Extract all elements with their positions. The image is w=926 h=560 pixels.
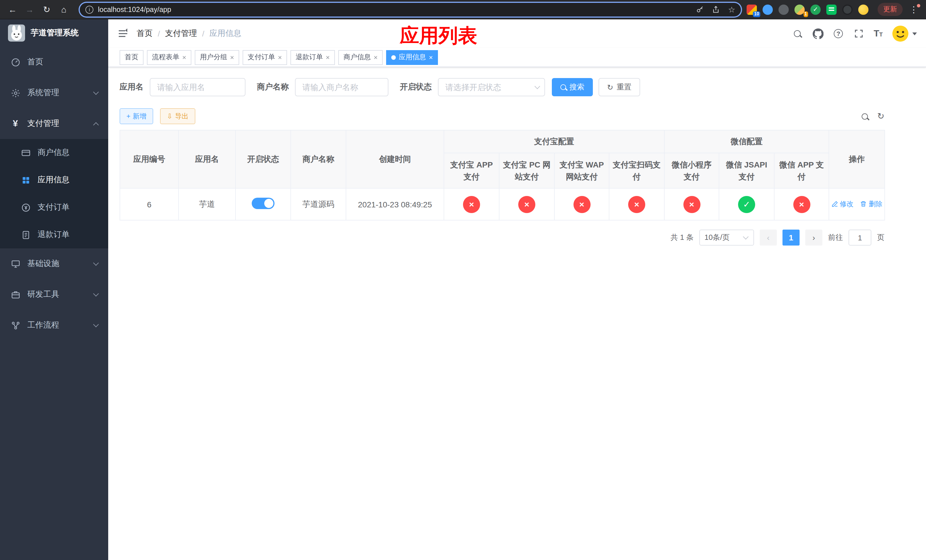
tab-pay-order[interactable]: 支付订单×	[243, 50, 287, 65]
status-cross-icon: ×	[518, 196, 535, 213]
prev-page-button[interactable]: ‹	[760, 230, 777, 245]
chevron-down-icon	[93, 291, 99, 297]
extension-smiley-icon[interactable]	[858, 4, 869, 15]
gear-icon	[10, 88, 21, 98]
status-select-input[interactable]	[438, 78, 545, 96]
url-text[interactable]: localhost:1024/pay/app	[98, 5, 171, 14]
goto-page-input[interactable]	[849, 230, 872, 245]
address-bar[interactable]: i localhost:1024/pay/app ☆	[80, 3, 741, 16]
tab-home[interactable]: 首页	[120, 50, 144, 65]
sidebar-item-workflow[interactable]: 工作流程	[0, 310, 108, 341]
table-search-icon[interactable]	[862, 113, 868, 120]
breadcrumb-home[interactable]: 首页	[137, 29, 153, 39]
close-icon[interactable]: ×	[429, 54, 433, 61]
overlay-title: 应用列表	[400, 23, 477, 49]
tab-merchant-info[interactable]: 商户信息×	[338, 50, 383, 65]
site-info-icon[interactable]: i	[85, 5, 94, 14]
close-icon[interactable]: ×	[374, 54, 378, 61]
app-name-input[interactable]	[150, 78, 245, 96]
delete-link[interactable]: 删除	[860, 200, 882, 209]
tab-process-form[interactable]: 流程表单×	[147, 50, 191, 65]
home-icon[interactable]: ⌂	[57, 3, 71, 16]
password-key-icon[interactable]	[696, 5, 704, 14]
extension-pinwheel-icon[interactable]	[842, 4, 853, 15]
trash-icon	[860, 201, 867, 207]
merchant-name-input[interactable]	[295, 78, 388, 96]
add-button[interactable]: + 新增	[120, 108, 153, 124]
close-icon[interactable]: ×	[182, 54, 186, 61]
tab-app-info[interactable]: 应用信息×	[386, 50, 438, 65]
monitor-icon	[10, 259, 21, 269]
screen: ← → ↻ ⌂ i localhost:1024/pay/app ☆ 10	[0, 0, 926, 560]
search-icon[interactable]	[791, 28, 803, 39]
sidebar-item-home[interactable]: 首页	[0, 47, 108, 77]
col-app-id: 应用编号	[120, 130, 179, 188]
sidebar: 芋道管理系统 首页 系统管理 ¥ 支付管理	[0, 20, 108, 560]
tab-user-group[interactable]: 用户分组×	[195, 50, 239, 65]
reset-button[interactable]: ↻ 重置	[599, 78, 640, 96]
col-alipay-app: 支付宝 APP 支付	[444, 153, 499, 188]
font-size-icon[interactable]: TT	[874, 29, 883, 38]
github-icon[interactable]	[812, 28, 823, 39]
back-icon[interactable]: ←	[6, 3, 20, 16]
tab-refund-order[interactable]: 退款订单×	[291, 50, 335, 65]
sidebar-item-label: 商户信息	[38, 148, 70, 158]
page-size-select[interactable]: 10条/页	[699, 230, 754, 245]
app-frame: 芋道管理系统 首页 系统管理 ¥ 支付管理	[0, 20, 926, 560]
extension-blue-icon[interactable]	[763, 4, 773, 15]
search-button[interactable]: 搜索	[552, 78, 593, 96]
cell-alipay-wap: ×	[554, 188, 609, 220]
app-title: 芋道管理系统	[31, 28, 79, 38]
download-icon: ⇩	[167, 112, 172, 120]
close-icon[interactable]: ×	[326, 54, 330, 61]
next-page-button[interactable]: ›	[805, 230, 822, 245]
status-select[interactable]	[438, 78, 545, 96]
col-actions: 操作	[829, 130, 885, 188]
page-1-button[interactable]: 1	[782, 230, 800, 245]
user-avatar[interactable]	[892, 25, 917, 42]
status-cross-icon: ×	[463, 196, 480, 213]
sidebar-item-merchant-info[interactable]: 商户信息	[0, 139, 108, 166]
browser-menu-icon[interactable]: ⋮	[907, 4, 920, 15]
close-icon[interactable]: ×	[230, 54, 234, 61]
sidebar-item-infrastructure[interactable]: 基础设施	[0, 248, 108, 279]
reload-icon[interactable]: ↻	[40, 3, 53, 16]
sidebar-item-label: 首页	[27, 57, 43, 67]
chevron-down-icon	[93, 260, 99, 266]
share-icon[interactable]	[712, 5, 720, 14]
breadcrumb-payment[interactable]: 支付管理	[165, 29, 197, 39]
table-toolbar: + 新增 ⇩ 导出 ↻	[120, 108, 884, 124]
goto-label: 前往	[828, 232, 843, 243]
extension-grid-icon[interactable]: 10	[747, 4, 757, 15]
sidebar-item-app-info[interactable]: 应用信息	[0, 166, 108, 194]
sidebar-collapse-icon[interactable]	[117, 28, 129, 39]
table-refresh-icon[interactable]: ↻	[877, 111, 884, 121]
sidebar-item-system[interactable]: 系统管理	[0, 77, 108, 108]
sidebar-item-label: 研发工具	[27, 289, 59, 300]
fullscreen-icon[interactable]	[853, 28, 864, 39]
help-icon[interactable]: ?	[832, 28, 844, 39]
status-cross-icon: ×	[683, 196, 700, 213]
breadcrumb-current: 应用信息	[210, 29, 242, 39]
browser-update-button[interactable]: 更新	[878, 3, 903, 16]
extension-green-check-icon[interactable]: ✓	[810, 4, 821, 15]
sidebar-item-devtools[interactable]: 研发工具	[0, 279, 108, 310]
close-icon[interactable]: ×	[278, 54, 282, 61]
breadcrumb-separator: /	[158, 29, 160, 38]
bookmark-star-icon[interactable]: ☆	[728, 5, 735, 14]
status-toggle[interactable]	[252, 198, 274, 209]
rabbit-logo-icon	[8, 24, 25, 42]
sidebar-item-refund-order[interactable]: 退款订单	[0, 221, 108, 248]
breadcrumb-separator: /	[202, 29, 204, 38]
export-button[interactable]: ⇩ 导出	[160, 108, 195, 124]
extension-dark-icon[interactable]	[779, 4, 789, 15]
sidebar-item-payment[interactable]: ¥ 支付管理	[0, 108, 108, 139]
extension-avatar-icon[interactable]: 1	[794, 4, 805, 15]
sidebar-logo[interactable]: 芋道管理系统	[0, 20, 108, 47]
sidebar-item-pay-order[interactable]: 支付订单	[0, 194, 108, 221]
chevron-up-icon	[93, 122, 99, 128]
forward-icon[interactable]: →	[23, 3, 36, 16]
group-alipay-config: 支付宝配置	[444, 130, 664, 153]
edit-link[interactable]: 修改	[831, 200, 853, 209]
extension-chat-icon[interactable]	[826, 4, 837, 15]
